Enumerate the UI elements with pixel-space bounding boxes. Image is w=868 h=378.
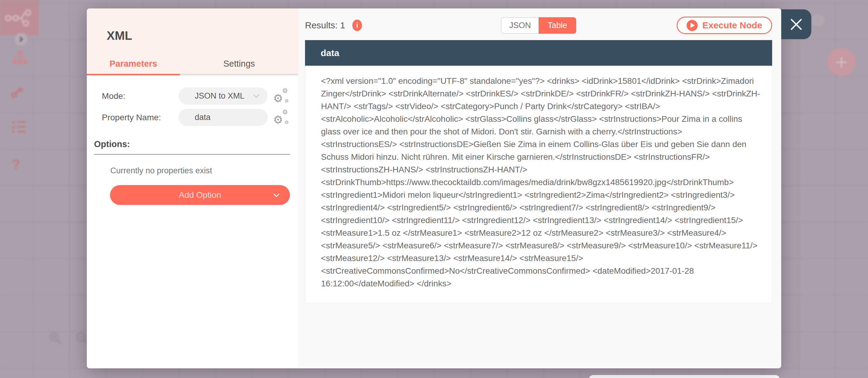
n8n-logo-icon [5, 8, 34, 28]
sidebar-item-workflows[interactable] [12, 51, 28, 64]
property-name-gears-icon[interactable]: ⚙ ⚙ ⚙ [273, 110, 289, 125]
node-panel-header: XML Parameters Settings [87, 8, 299, 75]
mode-gears-icon[interactable]: ⚙ ⚙ ⚙ [273, 88, 289, 104]
tab-parameters[interactable]: Parameters [87, 54, 180, 75]
results-table: data <?xml version="1.0" encoding="UTF-8… [305, 40, 772, 304]
table-header-data: data [305, 40, 772, 66]
results-header-row: Results:1 i JSON Table Execute Node [305, 16, 772, 34]
n8n-logo [0, 0, 38, 35]
play-icon [687, 20, 698, 31]
node-settings-panel: XML Parameters Settings Mode: JSON to XM… [87, 8, 299, 368]
chevron-down-icon [253, 92, 259, 98]
mode-field-row: Mode: JSON to XML ⚙ ⚙ ⚙ [94, 87, 290, 104]
sidebar-item-help[interactable]: ? [11, 156, 20, 173]
node-details-modal: XML Parameters Settings Mode: JSON to XM… [87, 8, 781, 368]
mode-select-value: JSON to XML [195, 91, 244, 101]
view-toggle: JSON Table [501, 17, 576, 34]
node-title: XML [107, 29, 132, 42]
parameters-body: Mode: JSON to XML ⚙ ⚙ ⚙ Property Name: d… [87, 75, 299, 205]
close-icon [790, 18, 803, 31]
close-button[interactable] [781, 9, 811, 39]
options-empty-text: Currently no properties exist [94, 166, 290, 176]
options-heading: Options: [94, 139, 290, 149]
chevron-right-icon [18, 36, 23, 42]
node-tabs: Parameters Settings [87, 54, 299, 75]
chevron-down-icon [273, 191, 279, 197]
execute-node-label: Execute Node [703, 20, 762, 30]
info-icon[interactable]: i [352, 20, 362, 31]
add-option-label: Add Option [179, 190, 221, 200]
sitemap-icon [12, 51, 28, 64]
sidebar-item-credentials[interactable] [9, 85, 24, 100]
sidebar-collapse-button[interactable] [15, 33, 27, 45]
mode-label: Mode: [102, 91, 179, 101]
mode-select[interactable]: JSON to XML [179, 87, 268, 104]
results-label: Results:1 [305, 20, 345, 30]
plus-icon: + [835, 52, 848, 73]
tab-settings[interactable]: Settings [180, 54, 299, 75]
property-name-input[interactable]: data [179, 109, 268, 126]
property-name-label: Property Name: [102, 113, 179, 122]
add-node-button[interactable]: + [827, 48, 856, 76]
zoom-in-button[interactable] [49, 332, 63, 345]
question-icon: ? [11, 156, 20, 173]
checklist-icon [12, 120, 26, 133]
key-icon [9, 85, 24, 100]
add-option-button[interactable]: Add Option [110, 185, 290, 205]
results-panel: Results:1 i JSON Table Execute Node data… [299, 8, 781, 368]
property-name-value: data [195, 113, 211, 122]
results-count: 1 [340, 20, 345, 30]
view-json-button[interactable]: JSON [501, 17, 538, 34]
view-table-button[interactable]: Table [538, 17, 576, 34]
property-name-field-row: Property Name: data ⚙ ⚙ ⚙ [94, 109, 290, 126]
execute-node-button[interactable]: Execute Node [677, 17, 772, 34]
options-divider [94, 154, 290, 155]
background-toggle-pill [812, 15, 825, 26]
zoom-in-icon [49, 332, 63, 345]
table-xml-content: <?xml version="1.0" encoding="UTF-8" sta… [305, 66, 772, 304]
sidebar-item-executions[interactable] [12, 120, 26, 133]
node-card-peek [589, 375, 780, 378]
